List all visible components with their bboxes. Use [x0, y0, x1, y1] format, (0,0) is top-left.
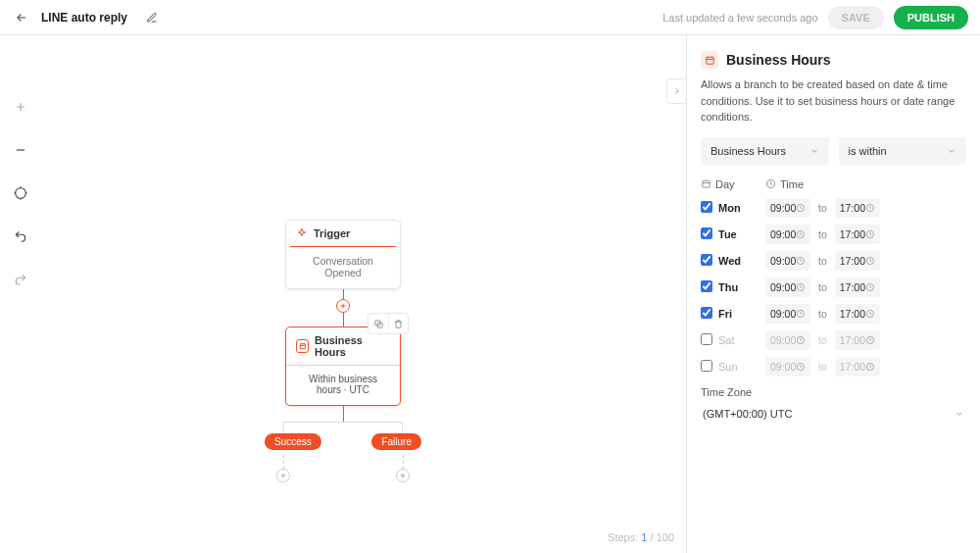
start-time-field[interactable]: 09:00 [765, 225, 810, 244]
start-time-field[interactable]: 09:00 [765, 198, 810, 218]
top-bar-left: LINE auto reply [12, 8, 161, 27]
back-button[interactable] [12, 8, 31, 27]
trigger-node[interactable]: Trigger Conversation Opened [285, 220, 401, 289]
timezone-select[interactable]: (GMT+00:00) UTC [701, 404, 966, 424]
connector [343, 313, 344, 327]
end-time-field[interactable]: 17:00 [835, 225, 880, 244]
crosshair-icon [13, 185, 28, 201]
copy-node-button[interactable] [368, 314, 388, 333]
clock-icon [796, 362, 806, 372]
end-time-field[interactable]: 17:00 [835, 304, 880, 324]
panel-title-row: Business Hours [701, 51, 966, 69]
start-time-value: 09:00 [770, 361, 796, 373]
start-time-field[interactable]: 09:00 [765, 277, 810, 297]
day-enabled-checkbox[interactable] [701, 280, 712, 292]
day-name: Tue [718, 228, 765, 240]
add-success-step-button[interactable] [276, 469, 290, 482]
svg-rect-5 [703, 180, 710, 187]
collapse-panel-button[interactable] [666, 78, 686, 104]
redo-button [10, 269, 31, 290]
clock-icon [796, 335, 806, 345]
time-header-label: Time [780, 178, 804, 190]
start-time-field[interactable]: 09:00 [765, 304, 810, 324]
failure-end [396, 455, 410, 482]
day-enabled-checkbox[interactable] [701, 333, 712, 345]
start-time-value: 09:00 [770, 281, 796, 293]
to-label: to [818, 255, 827, 267]
fit-view-button[interactable] [10, 182, 31, 204]
chevron-down-icon [955, 409, 964, 419]
delete-node-button[interactable] [388, 314, 408, 333]
start-time-field[interactable]: 09:00 [765, 251, 810, 271]
branch-success-chip[interactable]: Success [265, 433, 321, 450]
to-label: to [818, 228, 827, 240]
end-time-field[interactable]: 17:00 [835, 198, 880, 218]
svg-rect-4 [706, 57, 712, 64]
day-name: Mon [718, 202, 765, 214]
day-name: Sun [718, 361, 765, 373]
zoom-out-button[interactable] [10, 139, 31, 161]
day-enabled-checkbox[interactable] [701, 201, 712, 213]
steps-label: Steps: [608, 531, 638, 543]
start-time-value: 09:00 [770, 334, 796, 346]
clock-icon [865, 362, 875, 372]
calendar-icon [701, 51, 718, 69]
add-failure-step-button[interactable] [396, 469, 410, 482]
calendar-icon [701, 178, 711, 189]
top-bar-right: Last updated a few seconds ago SAVE PUBL… [662, 6, 968, 29]
edit-title-button[interactable] [143, 9, 161, 26]
day-enabled-checkbox[interactable] [701, 360, 712, 372]
day-name: Fri [718, 308, 765, 320]
trigger-label: Trigger [314, 227, 350, 239]
calendar-icon [296, 339, 309, 353]
plus-icon [14, 100, 27, 114]
end-time-field: 17:00 [835, 357, 880, 377]
to-label: to [818, 202, 827, 214]
node-toolbar [368, 313, 409, 334]
clock-icon [796, 229, 806, 239]
day-row: Tue09:00to17:00 [701, 225, 966, 244]
clock-icon [765, 178, 776, 189]
condition-type-select[interactable]: Business Hours [701, 137, 829, 165]
day-name: Wed [718, 255, 765, 267]
workflow-canvas[interactable]: Trigger Conversation Opened [0, 35, 686, 553]
clock-icon [865, 309, 875, 319]
business-hours-node[interactable]: Business Hours Within business hours · U… [285, 327, 401, 406]
to-label: to [818, 334, 827, 346]
clock-icon [796, 256, 806, 266]
svg-rect-3 [300, 344, 305, 349]
connector [283, 455, 284, 469]
condition-operator-select[interactable]: is within [839, 137, 967, 165]
condition-selects: Business Hours is within [701, 137, 966, 165]
day-enabled-checkbox[interactable] [701, 254, 712, 266]
day-header-label: Day [715, 178, 735, 190]
undo-button[interactable] [10, 226, 31, 247]
schedule-rows: Mon09:00to17:00Tue09:00to17:00Wed09:00to… [701, 198, 966, 377]
branch-ends [265, 455, 421, 482]
trigger-event-text: Conversation Opened [286, 247, 400, 288]
end-time-value: 17:00 [840, 308, 865, 320]
copy-icon [373, 319, 384, 329]
condition-type-value: Business Hours [710, 145, 786, 157]
undo-icon [13, 229, 28, 243]
panel-title: Business Hours [726, 52, 831, 68]
chevron-right-icon [672, 86, 682, 96]
branch-failure-chip[interactable]: Failure [371, 433, 421, 450]
clock-icon [865, 229, 875, 239]
day-enabled-checkbox[interactable] [701, 307, 712, 319]
panel-description: Allows a branch to be created based on d… [701, 76, 966, 126]
end-time-value: 17:00 [840, 281, 865, 293]
connector [343, 289, 344, 299]
connector [343, 406, 344, 422]
connector [402, 422, 403, 433]
end-time-field[interactable]: 17:00 [835, 251, 880, 271]
flow-container: Trigger Conversation Opened [265, 220, 421, 482]
save-button: SAVE [828, 6, 884, 29]
clock-icon [796, 309, 806, 319]
end-time-field[interactable]: 17:00 [835, 277, 880, 297]
add-step-button[interactable] [336, 299, 350, 313]
zoom-in-button [10, 96, 31, 118]
publish-button[interactable]: PUBLISH [894, 6, 968, 29]
redo-icon [13, 273, 28, 286]
day-enabled-checkbox[interactable] [701, 227, 712, 239]
